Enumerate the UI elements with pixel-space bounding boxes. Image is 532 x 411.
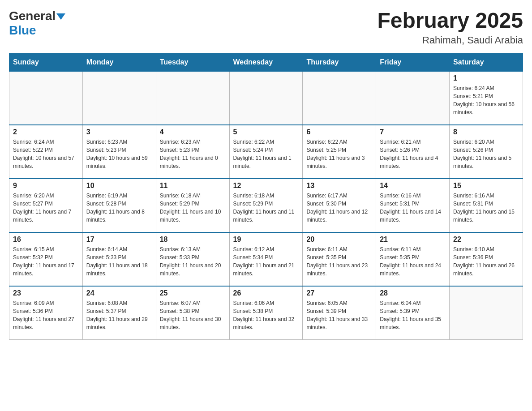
day-number: 16 [13, 235, 79, 244]
logo: General Blue [9, 9, 65, 38]
day-info: Sunrise: 6:11 AMSunset: 5:35 PMDaylight:… [306, 245, 372, 278]
day-info: Sunrise: 6:08 AMSunset: 5:37 PMDaylight:… [86, 299, 152, 331]
day-number: 17 [86, 235, 152, 244]
calendar-cell [156, 71, 229, 125]
col-thursday: Thursday [303, 53, 376, 71]
calendar-cell: 8Sunrise: 6:20 AMSunset: 5:26 PMDaylight… [450, 125, 523, 179]
day-info: Sunrise: 6:10 AMSunset: 5:36 PMDaylight:… [453, 245, 519, 278]
day-info: Sunrise: 6:20 AMSunset: 5:26 PMDaylight:… [453, 138, 519, 170]
day-info: Sunrise: 6:11 AMSunset: 5:35 PMDaylight:… [380, 245, 446, 278]
calendar-cell: 15Sunrise: 6:16 AMSunset: 5:31 PMDayligh… [450, 179, 523, 232]
calendar-cell: 28Sunrise: 6:04 AMSunset: 5:39 PMDayligh… [376, 286, 450, 340]
calendar-cell: 4Sunrise: 6:23 AMSunset: 5:23 PMDaylight… [156, 125, 229, 179]
calendar-cell: 10Sunrise: 6:19 AMSunset: 5:28 PMDayligh… [82, 179, 156, 232]
day-number: 12 [233, 182, 299, 190]
calendar-cell: 24Sunrise: 6:08 AMSunset: 5:37 PMDayligh… [82, 286, 156, 340]
calendar-week-row: 9Sunrise: 6:20 AMSunset: 5:27 PMDaylight… [9, 179, 523, 232]
logo-triangle-icon [56, 13, 65, 20]
day-number: 7 [380, 128, 446, 136]
day-number: 1 [453, 74, 519, 82]
calendar-cell: 18Sunrise: 6:13 AMSunset: 5:33 PMDayligh… [156, 232, 229, 286]
day-info: Sunrise: 6:15 AMSunset: 5:32 PMDaylight:… [13, 245, 79, 278]
calendar-cell [229, 71, 303, 125]
calendar-cell: 26Sunrise: 6:06 AMSunset: 5:38 PMDayligh… [229, 286, 303, 340]
calendar-cell [9, 71, 83, 125]
logo-blue-text: Blue [9, 23, 36, 37]
day-info: Sunrise: 6:18 AMSunset: 5:29 PMDaylight:… [233, 192, 299, 224]
calendar-cell: 7Sunrise: 6:21 AMSunset: 5:26 PMDaylight… [376, 125, 450, 179]
day-number: 8 [453, 128, 519, 136]
day-number: 26 [233, 289, 299, 297]
day-info: Sunrise: 6:22 AMSunset: 5:25 PMDaylight:… [306, 138, 372, 170]
day-number: 10 [86, 182, 152, 190]
day-number: 4 [160, 128, 226, 136]
day-number: 22 [453, 235, 519, 244]
day-info: Sunrise: 6:06 AMSunset: 5:38 PMDaylight:… [233, 299, 299, 331]
day-number: 13 [306, 182, 372, 190]
title-area: February 2025 Rahimah, Saudi Arabia [377, 9, 523, 46]
calendar-cell: 13Sunrise: 6:17 AMSunset: 5:30 PMDayligh… [303, 179, 376, 232]
day-info: Sunrise: 6:24 AMSunset: 5:21 PMDaylight:… [453, 84, 519, 116]
day-info: Sunrise: 6:19 AMSunset: 5:28 PMDaylight:… [86, 192, 152, 224]
day-info: Sunrise: 6:07 AMSunset: 5:38 PMDaylight:… [160, 299, 226, 331]
day-number: 21 [380, 235, 446, 244]
calendar-header-row: Sunday Monday Tuesday Wednesday Thursday… [9, 53, 523, 71]
calendar-cell: 9Sunrise: 6:20 AMSunset: 5:27 PMDaylight… [9, 179, 83, 232]
day-number: 3 [86, 128, 152, 136]
calendar-cell [303, 71, 376, 125]
calendar-cell: 16Sunrise: 6:15 AMSunset: 5:32 PMDayligh… [9, 232, 83, 286]
day-number: 25 [160, 289, 226, 297]
calendar-week-row: 2Sunrise: 6:24 AMSunset: 5:22 PMDaylight… [9, 125, 523, 179]
day-info: Sunrise: 6:23 AMSunset: 5:23 PMDaylight:… [160, 138, 226, 170]
calendar-cell: 25Sunrise: 6:07 AMSunset: 5:38 PMDayligh… [156, 286, 229, 340]
calendar-cell: 12Sunrise: 6:18 AMSunset: 5:29 PMDayligh… [229, 179, 303, 232]
day-info: Sunrise: 6:23 AMSunset: 5:23 PMDaylight:… [86, 138, 152, 170]
calendar-cell: 11Sunrise: 6:18 AMSunset: 5:29 PMDayligh… [156, 179, 229, 232]
logo-general-text: General [9, 9, 56, 23]
day-info: Sunrise: 6:16 AMSunset: 5:31 PMDaylight:… [453, 192, 519, 224]
col-sunday: Sunday [9, 53, 83, 71]
calendar-cell: 19Sunrise: 6:12 AMSunset: 5:34 PMDayligh… [229, 232, 303, 286]
calendar-week-row: 16Sunrise: 6:15 AMSunset: 5:32 PMDayligh… [9, 232, 523, 286]
day-info: Sunrise: 6:21 AMSunset: 5:26 PMDaylight:… [380, 138, 446, 170]
day-number: 20 [306, 235, 372, 244]
calendar-table: Sunday Monday Tuesday Wednesday Thursday… [9, 53, 523, 340]
day-number: 2 [13, 128, 79, 136]
calendar-cell: 6Sunrise: 6:22 AMSunset: 5:25 PMDaylight… [303, 125, 376, 179]
calendar-cell: 3Sunrise: 6:23 AMSunset: 5:23 PMDaylight… [82, 125, 156, 179]
calendar-week-row: 1Sunrise: 6:24 AMSunset: 5:21 PMDaylight… [9, 71, 523, 125]
calendar-cell [376, 71, 450, 125]
day-info: Sunrise: 6:14 AMSunset: 5:33 PMDaylight:… [86, 245, 152, 278]
col-wednesday: Wednesday [229, 53, 303, 71]
calendar-cell: 2Sunrise: 6:24 AMSunset: 5:22 PMDaylight… [9, 125, 83, 179]
day-number: 19 [233, 235, 299, 244]
day-info: Sunrise: 6:13 AMSunset: 5:33 PMDaylight:… [160, 245, 226, 278]
calendar-cell: 27Sunrise: 6:05 AMSunset: 5:39 PMDayligh… [303, 286, 376, 340]
day-info: Sunrise: 6:16 AMSunset: 5:31 PMDaylight:… [380, 192, 446, 224]
day-info: Sunrise: 6:04 AMSunset: 5:39 PMDaylight:… [380, 299, 446, 331]
page-header: General Blue February 2025 Rahimah, Saud… [9, 9, 523, 46]
day-number: 14 [380, 182, 446, 190]
col-friday: Friday [376, 53, 450, 71]
calendar-cell [450, 286, 523, 340]
day-number: 23 [13, 289, 79, 297]
calendar-cell: 1Sunrise: 6:24 AMSunset: 5:21 PMDaylight… [450, 71, 523, 125]
calendar-cell: 21Sunrise: 6:11 AMSunset: 5:35 PMDayligh… [376, 232, 450, 286]
calendar-cell [82, 71, 156, 125]
day-number: 24 [86, 289, 152, 297]
calendar-cell: 5Sunrise: 6:22 AMSunset: 5:24 PMDaylight… [229, 125, 303, 179]
day-number: 9 [13, 182, 79, 190]
col-monday: Monday [82, 53, 156, 71]
col-saturday: Saturday [450, 53, 523, 71]
calendar-cell: 14Sunrise: 6:16 AMSunset: 5:31 PMDayligh… [376, 179, 450, 232]
day-info: Sunrise: 6:22 AMSunset: 5:24 PMDaylight:… [233, 138, 299, 170]
day-info: Sunrise: 6:24 AMSunset: 5:22 PMDaylight:… [13, 138, 79, 170]
calendar-cell: 17Sunrise: 6:14 AMSunset: 5:33 PMDayligh… [82, 232, 156, 286]
day-info: Sunrise: 6:18 AMSunset: 5:29 PMDaylight:… [160, 192, 226, 224]
day-info: Sunrise: 6:12 AMSunset: 5:34 PMDaylight:… [233, 245, 299, 278]
day-number: 27 [306, 289, 372, 297]
day-info: Sunrise: 6:05 AMSunset: 5:39 PMDaylight:… [306, 299, 372, 331]
day-number: 15 [453, 182, 519, 190]
location-title: Rahimah, Saudi Arabia [377, 34, 523, 46]
calendar-cell: 20Sunrise: 6:11 AMSunset: 5:35 PMDayligh… [303, 232, 376, 286]
